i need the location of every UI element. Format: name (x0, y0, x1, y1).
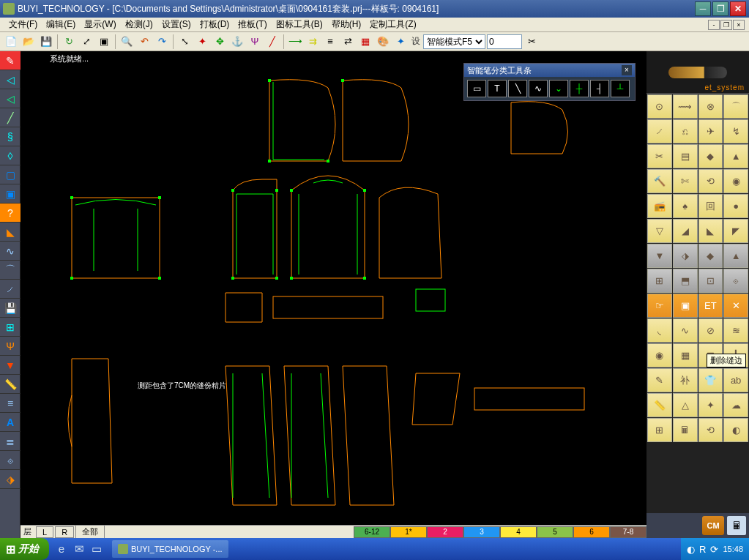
menu-help[interactable]: 帮助(H) (327, 17, 366, 32)
ltool-line[interactable]: ╱ (0, 108, 21, 127)
rtool-4[interactable]: ⌒ (723, 94, 748, 119)
rtool-16[interactable]: ◉ (723, 169, 748, 193)
rtool-10[interactable]: ▤ (673, 144, 698, 168)
rtool-28[interactable]: ▲ (723, 244, 748, 268)
rtool-33[interactable]: ☞ (647, 294, 672, 318)
menu-settings[interactable]: 设置(S) (157, 17, 195, 32)
sp-perp[interactable]: ┴ (611, 80, 630, 97)
rtool-5[interactable]: ⟋ (647, 119, 672, 143)
ltool-lines[interactable]: ≣ (0, 432, 21, 451)
layer-l[interactable]: L (36, 526, 53, 538)
tool-cut[interactable]: ✂ (523, 34, 540, 50)
tool-extend[interactable]: ⟶ (287, 34, 303, 50)
rtool-41[interactable]: ◉ (647, 343, 672, 367)
size-1[interactable]: 1* (390, 526, 427, 538)
rtool-18[interactable]: ♠ (673, 194, 698, 218)
rtool-21[interactable]: ▽ (647, 219, 672, 243)
minimize-button[interactable]: ─ (695, 1, 711, 16)
ltool-pen[interactable]: ✎ (0, 51, 21, 70)
ltool-tri[interactable]: ◁ (0, 89, 21, 108)
rtool-22[interactable]: ◢ (673, 219, 698, 243)
rtool-9[interactable]: ✂ (647, 144, 672, 168)
rtool-50[interactable]: △ (673, 393, 698, 417)
rtool-32[interactable]: ⟐ (723, 269, 748, 293)
size-6[interactable]: 6 (573, 526, 610, 538)
ltool-curve[interactable]: ◁ (0, 70, 21, 89)
tool-new[interactable]: 📄 (3, 34, 19, 50)
rtool-19[interactable]: 回 (698, 194, 723, 218)
tool-cross[interactable]: ✦ (194, 34, 210, 50)
menu-edit[interactable]: 编辑(E) (42, 17, 80, 32)
rtool-29[interactable]: ⊞ (647, 269, 672, 293)
rtool-25[interactable]: ▼ (647, 244, 672, 268)
sp-vee[interactable]: ⌄ (549, 80, 568, 97)
rtool-56[interactable]: ◐ (723, 418, 748, 442)
rtool-46[interactable]: 补 (673, 368, 698, 392)
ltool-shoe[interactable]: ◣ (0, 223, 21, 242)
rtool-38[interactable]: ∿ (673, 318, 698, 343)
menu-custom[interactable]: 定制工具(Z) (365, 17, 420, 32)
tool-refresh[interactable]: ↻ (61, 34, 77, 50)
ltool-rect[interactable]: ▢ (0, 165, 21, 184)
rtool-15[interactable]: ⟲ (698, 169, 723, 193)
rtool-27[interactable]: ◆ (698, 244, 723, 268)
smartpen-toolbar[interactable]: 智能笔分类工具条 × ▭ T ╲ ∿ ⌄ ┼ ┤ ┴ (463, 63, 636, 101)
layer-all[interactable]: 全部 (75, 525, 105, 539)
calculator-icon[interactable]: 🖩 (727, 516, 746, 535)
tool-open[interactable]: 📂 (21, 34, 37, 50)
tool-zoomext[interactable]: ⤢ (78, 34, 94, 50)
size-2[interactable]: 2 (427, 526, 463, 538)
tray-icon-3[interactable]: ⟳ (710, 544, 718, 555)
rtool-24[interactable]: ◤ (723, 219, 748, 243)
menu-check[interactable]: 检测(J) (121, 17, 157, 32)
tool-align[interactable]: ≡ (322, 34, 338, 50)
mode-combo[interactable]: 智能模式F5 (423, 34, 485, 49)
menu-file[interactable]: 文件(F) (4, 17, 42, 32)
rtool-45[interactable]: ✎ (647, 368, 672, 392)
maximize-button[interactable]: ❐ (712, 1, 728, 16)
rtool-1[interactable]: ⊙ (647, 94, 672, 119)
rtool-34[interactable]: ▣ (673, 294, 698, 318)
ltool-cutline[interactable]: ⟋ (0, 280, 21, 299)
tool-zoomin[interactable]: 🔍 (119, 34, 135, 50)
smartpen-title-bar[interactable]: 智能笔分类工具条 × (464, 64, 635, 77)
rtool-54[interactable]: 🖩 (673, 418, 698, 442)
unit-badge[interactable]: CM (702, 516, 724, 535)
tool-palette[interactable]: 🎨 (375, 34, 391, 50)
ltool-wave[interactable]: ∿ (0, 242, 21, 261)
sp-tee[interactable]: ┤ (590, 80, 609, 97)
rtool-52[interactable]: ☁ (723, 393, 748, 417)
ql-desktop-icon[interactable]: ▭ (90, 542, 103, 556)
rtool-6[interactable]: ⎌ (673, 119, 698, 143)
ltool-fork[interactable]: Ψ (0, 337, 21, 356)
start-button[interactable]: 开始 (0, 538, 49, 560)
ltool-gridlines[interactable]: ≡ (0, 394, 21, 413)
tray-icon-2[interactable]: R (699, 544, 706, 555)
rtool-11[interactable]: ◆ (698, 144, 723, 168)
taskbar-app[interactable]: BUYI_TECHNOLOGY -... (112, 540, 228, 558)
ltool-a[interactable]: A (0, 413, 21, 432)
rtool-31[interactable]: ⊡ (698, 269, 723, 293)
ltool-snap[interactable]: ⟐ (0, 451, 21, 470)
tool-undo[interactable]: ↶ (136, 34, 152, 50)
rtool-51[interactable]: ✦ (698, 393, 723, 417)
ltool-arc[interactable]: ⌒ (0, 261, 21, 280)
menu-view[interactable]: 显示(W) (80, 17, 120, 32)
rtool-23[interactable]: ◣ (698, 219, 723, 243)
rtool-7[interactable]: ✈ (698, 119, 723, 143)
ltool-fill[interactable]: ▣ (0, 184, 21, 204)
rtool-40[interactable]: ≋ (723, 318, 748, 343)
ltool-s[interactable]: § (0, 127, 21, 146)
ltool-bookmark[interactable]: ◊ (0, 146, 21, 165)
size-5[interactable]: 5 (537, 526, 573, 538)
rtool-13[interactable]: 🔨 (647, 169, 672, 193)
smartpen-close[interactable]: × (622, 65, 632, 75)
num-input[interactable] (487, 34, 522, 49)
tool-move[interactable]: ✥ (212, 34, 228, 50)
tool-save[interactable]: 💾 (38, 34, 54, 50)
menu-icontool[interactable]: 图标工具(B) (272, 17, 327, 32)
rtool-3[interactable]: ⊗ (698, 94, 723, 119)
layer-r[interactable]: R (55, 526, 74, 538)
rtool-48[interactable]: ab (723, 368, 748, 392)
tool-group[interactable]: ▦ (357, 34, 373, 50)
